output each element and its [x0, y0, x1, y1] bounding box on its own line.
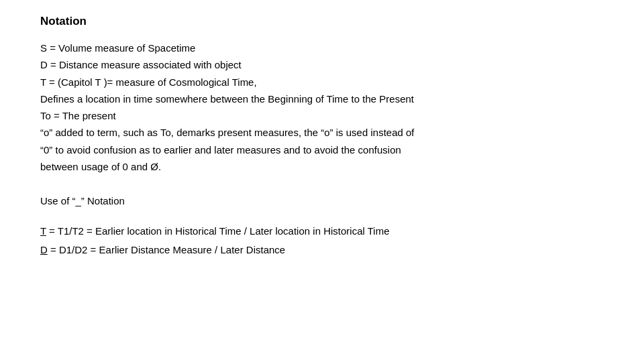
definition-line: “0” to avoid confusion as to earlier and… [40, 142, 604, 158]
definition-line: To = The present [40, 108, 604, 123]
underline-section: T = T1/T2 = Earlier location in Historic… [40, 223, 604, 257]
item-rest-text: = T1/T2 = Earlier location in Historical… [46, 225, 390, 237]
underline-item: T = T1/T2 = Earlier location in Historic… [40, 223, 604, 239]
underline-item: D = D1/D2 = Earlier Distance Measure / L… [40, 242, 604, 257]
definition-line: T = (Capitol T )= measure of Cosmologica… [40, 74, 604, 90]
underlined-letter: T [40, 225, 46, 237]
definition-line: “o” added to term, such as To, demarks p… [40, 125, 604, 140]
underlined-letter: D [40, 244, 48, 255]
definition-line: D = Distance measure associated with obj… [40, 57, 604, 72]
item-rest-text: = D1/D2 = Earlier Distance Measure / Lat… [48, 244, 285, 255]
use-notation-label: Use of “_” Notation [40, 193, 604, 208]
page-container: Notation S = Volume measure of Spacetime… [0, 0, 644, 274]
definition-line: Defines a location in time somewhere bet… [40, 91, 604, 107]
definitions-section: S = Volume measure of SpacetimeD = Dista… [40, 40, 604, 174]
page-title: Notation [40, 15, 604, 28]
definition-line: S = Volume measure of Spacetime [40, 40, 604, 56]
definition-line: between usage of 0 and Ø. [40, 159, 604, 174]
